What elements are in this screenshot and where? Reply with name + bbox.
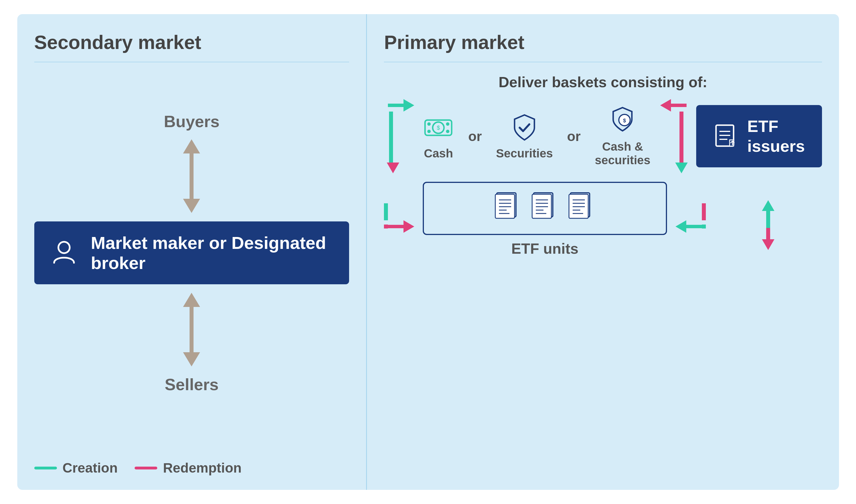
cash-label: Cash bbox=[424, 147, 453, 160]
arrow-up-2 bbox=[183, 293, 200, 307]
left-bracket-arrow bbox=[384, 99, 414, 173]
arrow-line-4 bbox=[190, 329, 194, 352]
secondary-market: Secondary market Buyers Market maker bbox=[17, 14, 366, 490]
document-icon-1 bbox=[494, 192, 522, 226]
cash-item: $ Cash bbox=[423, 112, 454, 160]
cash-securities-item: $ Cash &securities bbox=[595, 105, 650, 167]
or-text-2: or bbox=[564, 129, 583, 144]
etf-units-label: ETF units bbox=[511, 240, 579, 257]
teal-arrow-up bbox=[762, 200, 774, 211]
sellers-label: Sellers bbox=[164, 375, 219, 394]
primary-market: Primary market Deliver baskets consistin… bbox=[366, 14, 839, 490]
svg-point-7 bbox=[446, 130, 449, 133]
svg-text:$: $ bbox=[623, 118, 626, 123]
document-icon-3 bbox=[567, 192, 596, 226]
left-bracket-bottom bbox=[384, 203, 414, 233]
redemption-label: Redemption bbox=[163, 460, 241, 476]
arrow-down-2 bbox=[183, 352, 200, 366]
buyers-sellers-arrow bbox=[183, 139, 200, 213]
legend: Creation Redemption bbox=[34, 454, 349, 476]
securities-item: Securities bbox=[496, 112, 553, 160]
or-text-1: or bbox=[465, 129, 485, 144]
teal-arrow-down-right bbox=[675, 163, 688, 173]
svg-point-5 bbox=[427, 130, 431, 133]
svg-point-4 bbox=[427, 122, 431, 126]
deliver-title: Deliver baskets consisting of: bbox=[384, 74, 822, 91]
legend-redemption: Redemption bbox=[135, 460, 241, 476]
svg-text:$: $ bbox=[437, 125, 440, 131]
creation-line bbox=[34, 467, 57, 469]
sellers-arrow bbox=[183, 293, 200, 366]
document-icon-2 bbox=[531, 192, 559, 226]
right-spacer bbox=[714, 189, 822, 250]
right-bracket-bottom bbox=[676, 203, 706, 233]
secondary-content: Buyers Market maker or Designated broker bbox=[34, 74, 349, 454]
primary-market-title: Primary market bbox=[384, 31, 822, 53]
basket-icons: $ Cash or Securities bbox=[423, 100, 650, 173]
secondary-market-title: Secondary market bbox=[34, 31, 349, 53]
svg-point-0 bbox=[58, 242, 70, 253]
person-icon bbox=[51, 239, 77, 266]
etf-issuer-label: ETFissuers bbox=[747, 116, 805, 156]
pink-arrow-right-bottom bbox=[403, 220, 414, 233]
buyers-label: Buyers bbox=[164, 112, 220, 131]
arrow-line bbox=[190, 154, 194, 176]
cash-securities-label: Cash &securities bbox=[595, 140, 650, 167]
arrow-line-3 bbox=[190, 307, 194, 329]
etf-issuer-box: ETFissuers bbox=[696, 105, 822, 167]
redemption-line bbox=[135, 467, 157, 469]
pink-arrow-down-right bbox=[762, 239, 774, 250]
pink-arrow-down bbox=[387, 163, 399, 173]
arrow-down bbox=[183, 199, 200, 213]
legend-creation: Creation bbox=[34, 460, 118, 476]
teal-arrow-right bbox=[403, 99, 414, 111]
right-bracket-arrow bbox=[659, 99, 688, 173]
pink-arrow-left-top bbox=[660, 99, 671, 111]
creation-label: Creation bbox=[63, 460, 118, 476]
securities-label: Securities bbox=[496, 147, 553, 160]
market-maker-label: Market maker or Designated broker bbox=[91, 233, 332, 273]
etf-icon bbox=[713, 123, 747, 149]
svg-point-6 bbox=[446, 122, 449, 126]
arrow-line-2 bbox=[190, 176, 194, 199]
teal-arrow-left-bottom bbox=[676, 220, 686, 233]
etf-diagram: Secondary market Buyers Market maker bbox=[17, 14, 839, 490]
arrow-up bbox=[183, 139, 200, 154]
market-maker-box: Market maker or Designated broker bbox=[34, 221, 349, 284]
etf-units-box bbox=[423, 182, 667, 235]
